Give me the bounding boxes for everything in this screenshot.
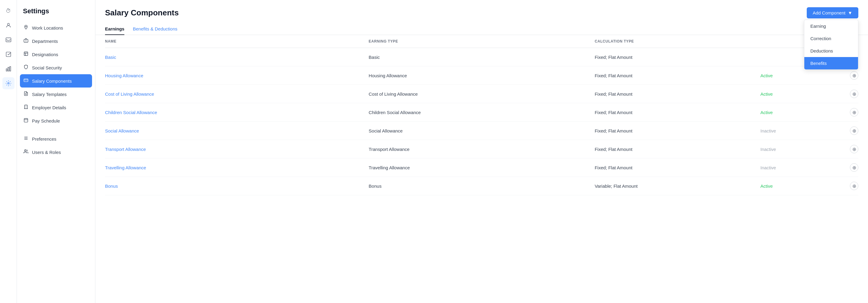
sidebar-label-work-locations: Work Locations	[32, 25, 63, 30]
sidebar-title: Settings	[17, 7, 95, 21]
status-badge: Active	[761, 91, 773, 97]
svg-rect-5	[10, 67, 10, 71]
sidebar-item-salary-components[interactable]: Salary Components	[20, 74, 92, 88]
component-name-link[interactable]: Transport Allowance	[105, 147, 146, 152]
calculation-type-cell: Variable; Flat Amount	[595, 177, 760, 195]
employer-details-icon	[23, 104, 29, 111]
component-name-link[interactable]: Bonus	[105, 183, 118, 189]
chart-icon[interactable]	[2, 63, 14, 75]
svg-point-6	[7, 83, 9, 84]
gear-icon[interactable]	[2, 77, 14, 89]
sidebar-label-social-security: Social Security	[32, 65, 62, 70]
row-action-button[interactable]: ⊕	[850, 71, 858, 80]
col-header-name: NAME	[105, 35, 369, 48]
icon-bar: ⏱	[0, 0, 17, 303]
col-header-earning-type: EARNING TYPE	[369, 35, 595, 48]
add-component-button[interactable]: Add Component ▼	[807, 7, 858, 19]
status-badge: Inactive	[761, 147, 776, 152]
sidebar-label-users-roles: Users & Roles	[32, 150, 61, 155]
svg-rect-16	[24, 119, 28, 122]
add-component-chevron: ▼	[848, 10, 852, 16]
sidebar-label-employer-details: Employer Details	[32, 105, 66, 110]
table-row: Social Allowance Social Allowance Fixed;…	[105, 122, 858, 140]
sidebar-item-preferences[interactable]: Preferences	[17, 132, 95, 146]
person-icon[interactable]	[2, 19, 14, 31]
earning-type-cell: Housing Allowance	[369, 66, 595, 85]
component-name-link[interactable]: Basic	[105, 55, 116, 60]
row-action-button[interactable]: ⊕	[850, 182, 858, 190]
component-name-link[interactable]: Travelling Allowance	[105, 165, 146, 170]
sidebar-item-departments[interactable]: Departments	[17, 34, 95, 48]
sidebar-label-departments: Departments	[32, 39, 58, 44]
svg-rect-3	[6, 69, 7, 71]
add-component-wrapper: Add Component ▼ Earning Correction Deduc…	[807, 7, 858, 19]
add-component-label: Add Component	[813, 10, 845, 16]
row-action-button[interactable]: ⊕	[850, 126, 858, 135]
tabs-container: Earnings Benefits & Deductions	[95, 19, 868, 35]
svg-rect-12	[24, 79, 28, 82]
checklist-icon[interactable]	[2, 48, 14, 60]
tab-benefits-deductions[interactable]: Benefits & Deductions	[133, 23, 178, 35]
sidebar-label-preferences: Preferences	[32, 137, 56, 142]
sidebar-item-designations[interactable]: Designations	[17, 48, 95, 61]
calculation-type-cell: Fixed; Flat Amount	[595, 158, 760, 177]
salary-components-icon	[23, 78, 29, 84]
sidebar-item-work-locations[interactable]: Work Locations	[17, 21, 95, 34]
sidebar-label-salary-templates: Salary Templates	[32, 92, 67, 97]
salary-templates-icon	[23, 91, 29, 97]
calculation-type-cell: Fixed; Flat Amount	[595, 122, 760, 140]
row-action-button[interactable]: ⊕	[850, 145, 858, 153]
earning-type-cell: Basic	[369, 48, 595, 66]
row-action-button[interactable]: ⊕	[850, 163, 858, 172]
dropdown-item-deductions[interactable]: Deductions	[804, 45, 858, 57]
dropdown-item-correction[interactable]: Correction	[804, 32, 858, 45]
svg-point-23	[25, 150, 26, 151]
earning-type-cell: Transport Allowance	[369, 140, 595, 158]
calculation-type-cell: Fixed; Flat Amount	[595, 48, 760, 66]
dropdown-item-earning[interactable]: Earning	[804, 20, 858, 32]
calculation-type-cell: Fixed; Flat Amount	[595, 66, 760, 85]
svg-rect-2	[6, 52, 10, 57]
users-roles-icon	[23, 149, 29, 155]
sidebar-item-pay-schedule[interactable]: Pay Schedule	[17, 114, 95, 127]
dropdown-item-benefits[interactable]: Benefits	[804, 57, 858, 69]
inbox-icon[interactable]	[2, 34, 14, 46]
table-row: Travelling Allowance Travelling Allowanc…	[105, 158, 858, 177]
earning-type-cell: Cost of Living Allowance	[369, 85, 595, 103]
tab-earnings[interactable]: Earnings	[105, 23, 124, 35]
table-row: Transport Allowance Transport Allowance …	[105, 140, 858, 158]
salary-components-table-container: NAME EARNING TYPE CALCULATION TYPE Basic…	[95, 35, 868, 195]
status-badge: Active	[761, 73, 773, 78]
sidebar-item-salary-templates[interactable]: Salary Templates	[17, 88, 95, 101]
sidebar-item-social-security[interactable]: Social Security	[17, 61, 95, 74]
table-header-row: NAME EARNING TYPE CALCULATION TYPE	[105, 35, 858, 48]
row-action-button[interactable]: ⊕	[850, 90, 858, 98]
social-security-icon	[23, 65, 29, 71]
salary-components-table: NAME EARNING TYPE CALCULATION TYPE Basic…	[105, 35, 858, 195]
designations-icon	[23, 51, 29, 57]
col-header-calculation-type: CALCULATION TYPE	[595, 35, 760, 48]
sidebar-label-salary-components: Salary Components	[32, 79, 72, 84]
earning-type-cell: Social Allowance	[369, 122, 595, 140]
table-row: Housing Allowance Housing Allowance Fixe…	[105, 66, 858, 85]
clock-icon[interactable]: ⏱	[2, 5, 14, 17]
add-component-dropdown: Earning Correction Deductions Benefits	[804, 20, 858, 70]
status-badge: Active	[761, 183, 773, 189]
table-row: Bonus Bonus Variable; Flat Amount Active…	[105, 177, 858, 195]
component-name-link[interactable]: Cost of Living Allowance	[105, 91, 154, 97]
row-action-button[interactable]: ⊕	[850, 108, 858, 117]
preferences-icon	[23, 136, 29, 142]
earning-type-cell: Children Social Allowance	[369, 103, 595, 122]
calculation-type-cell: Fixed; Flat Amount	[595, 140, 760, 158]
component-name-link[interactable]: Housing Allowance	[105, 73, 143, 78]
component-name-link[interactable]: Social Allowance	[105, 128, 139, 133]
component-name-link[interactable]: Children Social Allowance	[105, 110, 157, 115]
table-row: Cost of Living Allowance Cost of Living …	[105, 85, 858, 103]
sidebar: Settings Work Locations Departments Desi…	[17, 0, 95, 303]
location-icon	[23, 25, 29, 31]
svg-point-0	[7, 23, 9, 25]
sidebar-item-employer-details[interactable]: Employer Details	[17, 101, 95, 114]
earning-type-cell: Bonus	[369, 177, 595, 195]
departments-icon	[23, 38, 29, 44]
sidebar-item-users-roles[interactable]: Users & Roles	[17, 146, 95, 159]
